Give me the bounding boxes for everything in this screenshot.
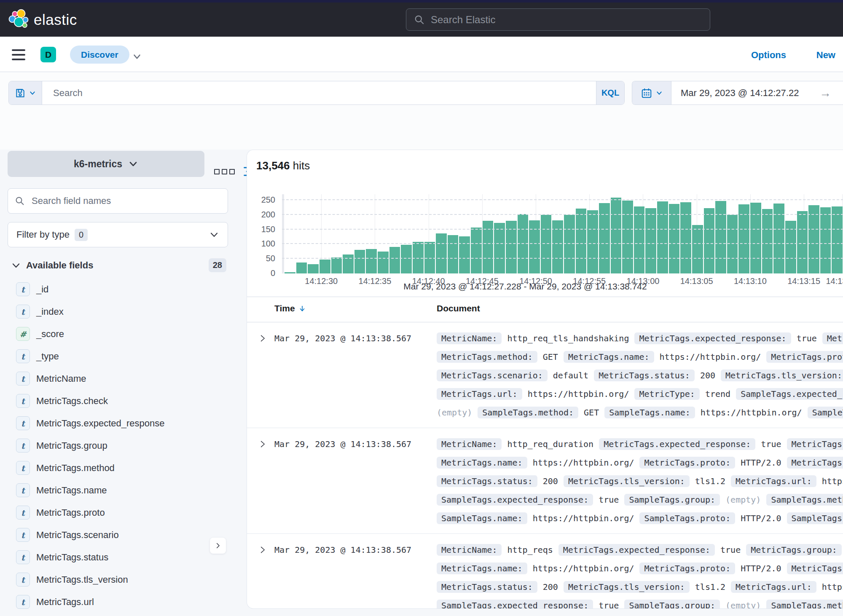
breadcrumb[interactable]: Discover <box>70 46 129 64</box>
histogram-bar[interactable] <box>319 260 330 273</box>
histogram-bar[interactable] <box>622 201 633 273</box>
field-list-item[interactable]: t_id <box>8 278 228 300</box>
table-row[interactable]: Mar 29, 2023 @ 14:13:38.567MetricName:ht… <box>247 322 843 428</box>
field-list-item[interactable]: #_score <box>8 323 228 345</box>
histogram-bar[interactable] <box>750 203 761 274</box>
histogram-bar[interactable] <box>692 225 703 273</box>
field-list-item[interactable]: tMetricTags.scenario <box>8 524 228 546</box>
field-list-item[interactable]: t_type <box>8 345 228 367</box>
available-fields-header[interactable]: Available fields 28 <box>8 258 228 272</box>
elastic-logo-icon[interactable] <box>8 9 30 31</box>
histogram-bar[interactable] <box>808 205 819 273</box>
histogram-bar[interactable] <box>738 204 749 273</box>
space-avatar[interactable]: D <box>40 47 56 62</box>
query-search-input[interactable]: Search <box>42 81 596 104</box>
field-name: MetricTags.check <box>36 396 108 407</box>
date-range-value[interactable]: Mar 29, 2023 @ 14:12:27.22 <box>671 81 819 104</box>
gridline <box>282 258 843 259</box>
field-value: true <box>761 439 781 449</box>
gridline <box>282 199 843 200</box>
field-list: t_idt_index#_scoret_typetMetricNametMetr… <box>8 278 228 613</box>
field-value: HTTP/2.0 <box>741 513 781 523</box>
histogram-bar[interactable] <box>366 249 377 273</box>
histogram-bar[interactable] <box>285 272 295 273</box>
new-button[interactable]: New <box>816 50 835 61</box>
field-search-input[interactable]: Search field names <box>8 188 228 214</box>
field-list-item[interactable]: t_index <box>8 300 228 323</box>
histogram-bar[interactable] <box>611 198 622 273</box>
options-button[interactable]: Options <box>751 50 786 61</box>
histogram-bar[interactable] <box>576 209 587 273</box>
histogram-bar[interactable] <box>378 252 389 273</box>
field-list-item[interactable]: tMetricTags.url <box>8 591 228 613</box>
field-key-badge: SampleTags.status: <box>787 512 843 524</box>
field-list-item[interactable]: tMetricTags.check <box>8 390 228 412</box>
string-field-icon: t <box>16 349 30 363</box>
filter-by-type-select[interactable]: Filter by type 0 <box>8 222 228 247</box>
histogram-bar[interactable] <box>645 208 656 273</box>
expand-row-button[interactable] <box>247 329 274 422</box>
histogram-bar[interactable] <box>331 257 342 273</box>
table-row[interactable]: Mar 29, 2023 @ 14:13:38.567MetricName:ht… <box>247 534 843 609</box>
histogram-bar[interactable] <box>389 247 400 273</box>
field-list-item[interactable]: tMetricName <box>8 367 228 390</box>
table-row[interactable]: Mar 29, 2023 @ 14:13:38.567MetricName:ht… <box>247 428 843 534</box>
histogram-bar[interactable] <box>832 206 843 273</box>
field-value: GET <box>584 407 599 418</box>
data-view-selector[interactable]: k6-metrics <box>8 151 204 177</box>
panel-collapse-toggle[interactable] <box>210 538 226 554</box>
row-timestamp: Mar 29, 2023 @ 14:13:38.567 <box>274 435 437 528</box>
histogram-bar[interactable] <box>459 236 470 273</box>
histogram-bar[interactable] <box>494 223 505 273</box>
field-list-item[interactable]: tMetricTags.expected_response <box>8 412 228 434</box>
histogram-bar[interactable] <box>634 206 645 273</box>
field-value: 200 <box>543 582 558 592</box>
histogram-bar[interactable] <box>354 250 365 273</box>
histogram-bar[interactable] <box>471 228 482 273</box>
field-name: _score <box>36 329 64 340</box>
chevron-down-icon <box>209 230 219 240</box>
histogram-bar[interactable] <box>727 215 738 273</box>
histogram-bar[interactable] <box>820 207 831 273</box>
histogram-bar[interactable] <box>296 262 307 273</box>
string-field-icon: t <box>16 394 30 408</box>
expand-row-button[interactable] <box>247 435 274 528</box>
field-name: MetricTags.group <box>36 440 107 451</box>
search-icon <box>414 14 425 25</box>
field-list-item[interactable]: tMetricTags.status <box>8 546 228 568</box>
query-language-button[interactable]: KQL <box>596 81 624 104</box>
date-quick-select-button[interactable] <box>632 81 671 104</box>
histogram-bar[interactable] <box>587 210 598 273</box>
hits-histogram[interactable] <box>282 194 843 273</box>
field-list-item[interactable]: tMetricTags.tls_version <box>8 568 228 591</box>
histogram-bar[interactable] <box>448 235 459 273</box>
histogram-bar[interactable] <box>308 264 319 273</box>
histogram-bar[interactable] <box>715 201 726 273</box>
global-search-input[interactable]: Search Elastic <box>406 8 710 31</box>
field-list-item[interactable]: tMetricTags.name <box>8 479 228 501</box>
field-value: https://httpbin.org/ <box>533 513 634 523</box>
histogram-bar[interactable] <box>657 201 668 273</box>
field-list-item[interactable]: tMetricTags.proto <box>8 501 228 524</box>
time-column-header[interactable]: Time <box>274 303 306 313</box>
histogram-bar[interactable] <box>343 254 354 273</box>
histogram-bar[interactable] <box>541 215 552 273</box>
field-list-item[interactable]: tMetricTags.method <box>8 457 228 479</box>
expand-row-button[interactable] <box>247 541 274 609</box>
field-view-options-icon[interactable] <box>214 169 235 174</box>
field-value: http_req_duration <box>507 439 593 449</box>
histogram-bar[interactable] <box>704 208 715 273</box>
saved-query-menu-button[interactable] <box>9 81 42 104</box>
histogram-bar[interactable] <box>564 215 575 273</box>
menu-hamburger-icon[interactable] <box>12 49 25 60</box>
histogram-bar[interactable] <box>401 245 412 273</box>
refresh-arrow-icon[interactable]: → <box>819 81 843 104</box>
field-list-item[interactable]: tMetricTags.group <box>8 434 228 457</box>
field-key-badge: MetricTags.group: <box>787 438 843 450</box>
histogram-bar[interactable] <box>762 209 773 273</box>
histogram-bar[interactable] <box>680 202 691 273</box>
histogram-bar[interactable] <box>797 211 808 273</box>
hits-label: hits <box>293 159 310 172</box>
histogram-bar[interactable] <box>436 233 447 273</box>
chevron-down-icon[interactable] <box>132 51 142 62</box>
